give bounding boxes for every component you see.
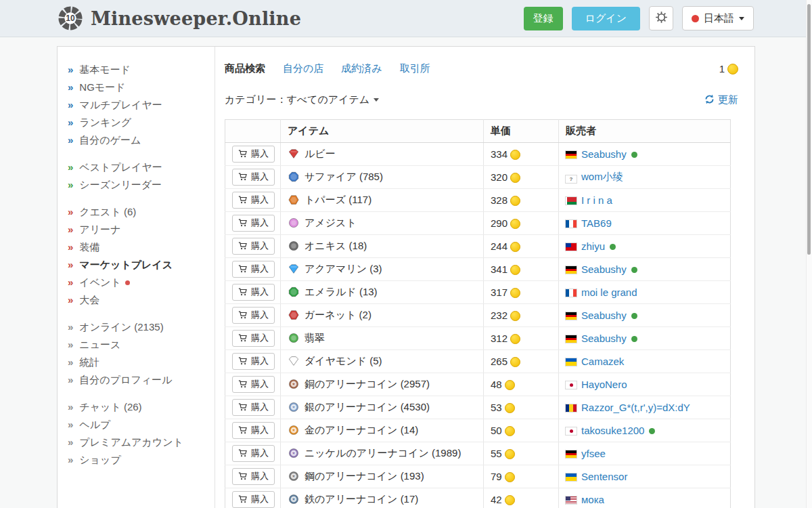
price-cell: 53 [484, 396, 559, 419]
cart-icon [238, 356, 248, 366]
language-selector[interactable]: 日本語 [682, 6, 754, 30]
by-flag-icon [566, 197, 577, 205]
item-name: トパーズ (117) [304, 194, 371, 205]
buy-cell: 購入 [225, 143, 281, 166]
seller-link[interactable]: Seabushy [581, 148, 627, 160]
sidebar-item[interactable]: »マーケットプレイス [68, 256, 210, 274]
sidebar-item[interactable]: »ヘルプ [68, 416, 210, 433]
buy-button[interactable]: 購入 [232, 307, 275, 324]
seller-link[interactable]: Camazek [581, 356, 624, 367]
buy-button[interactable]: 購入 [232, 422, 275, 439]
gem-icon [288, 263, 300, 275]
sidebar-item[interactable]: »ショップ [68, 451, 210, 469]
buy-button[interactable]: 購入 [232, 146, 275, 163]
sidebar-item[interactable]: »ランキング [68, 114, 210, 131]
buy-cell: 購入 [225, 281, 281, 304]
tab-item[interactable]: 成約済み [341, 62, 382, 75]
buy-cell: 購入 [225, 442, 281, 465]
category-dropdown[interactable]: カテゴリー：すべてのアイテム [225, 93, 379, 106]
buy-button[interactable]: 購入 [232, 284, 275, 301]
seller-link[interactable]: Seabushy [581, 333, 627, 344]
seller-link[interactable]: Razzor_G*(t,r',y)=dX:dY [581, 402, 690, 413]
refresh-link[interactable]: 更新 [704, 93, 738, 106]
buy-button[interactable]: 購入 [232, 330, 275, 347]
buy-button[interactable]: 購入 [232, 445, 275, 462]
login-button[interactable]: ログイン [572, 7, 640, 30]
seller-link[interactable]: Seabushy [581, 310, 627, 321]
seller-link[interactable]: zhiyu [581, 240, 605, 252]
sidebar-item[interactable]: »ベストプレイヤー [68, 158, 210, 176]
tab-item[interactable]: 取引所 [400, 62, 430, 75]
sidebar-item[interactable]: »イベント [68, 274, 210, 291]
sidebar-item[interactable]: »オンライン (2135) [68, 318, 210, 336]
seller-link[interactable]: мока [581, 494, 604, 505]
sidebar-item[interactable]: »ニュース [68, 336, 210, 354]
tab-active-item[interactable]: 商品検索 [225, 62, 265, 75]
category-label: カテゴリー：すべてのアイテム [225, 93, 369, 106]
sidebar-item[interactable]: »自分のゲーム [68, 131, 210, 149]
buy-button[interactable]: 購入 [232, 215, 275, 232]
brand[interactable]: 10 Minesweeper.Online [57, 5, 301, 32]
item-name: 銀のアリーナコイン (4530) [304, 401, 430, 412]
buy-button[interactable]: 購入 [232, 376, 275, 393]
sidebar-item[interactable]: »クエスト (6) [68, 203, 210, 221]
buy-button[interactable]: 購入 [232, 399, 275, 416]
sidebar-item[interactable]: »マルチプレイヤー [68, 96, 210, 114]
seller-link[interactable]: I r i n a [581, 194, 612, 206]
scrollbar-thumb[interactable] [807, 4, 811, 255]
seller-link[interactable]: wom小绫 [581, 171, 623, 182]
seller-link[interactable]: takosuke1200 [581, 425, 644, 436]
seller-link[interactable]: Sentensor [581, 471, 627, 482]
sidebar-item[interactable]: »シーズンリーダー [68, 176, 210, 194]
seller-cell: мока [559, 488, 731, 508]
buy-cell: 購入 [225, 304, 281, 327]
buy-button[interactable]: 購入 [232, 169, 275, 186]
cart-icon [238, 218, 248, 228]
buy-button[interactable]: 購入 [232, 261, 275, 278]
sidebar-item-label: ランキング [79, 114, 131, 131]
market-table-body: 購入ルビー334Seabushy購入サファイア (785)320?wom小绫購入… [225, 143, 731, 508]
sidebar-item-label: NGモード [79, 79, 125, 96]
settings-button[interactable] [649, 6, 673, 30]
item-name: ダイヤモンド (5) [304, 355, 382, 366]
gold-coin-icon [505, 380, 515, 390]
gold-coin-icon [510, 219, 520, 229]
sidebar-item[interactable]: »アリーナ [68, 221, 210, 238]
cart-icon [238, 471, 248, 482]
fr-flag-icon [566, 289, 577, 297]
gold-coin-icon [510, 150, 520, 160]
seller-link[interactable]: Seabushy [581, 263, 627, 275]
buy-button[interactable]: 購入 [232, 468, 275, 485]
buy-button[interactable]: 購入 [232, 238, 275, 255]
gold-coin-icon [510, 242, 520, 252]
price-cell: 290 [484, 212, 559, 235]
buy-button[interactable]: 購入 [232, 192, 275, 209]
sidebar-item[interactable]: »装備 [68, 238, 210, 256]
seller-link[interactable]: HayoNero [581, 379, 627, 390]
buy-button[interactable]: 購入 [232, 491, 275, 508]
gem-icon [288, 286, 300, 298]
chevron-right-icon: » [68, 336, 73, 354]
price-cell: 320 [484, 166, 559, 189]
seller-link[interactable]: moi le grand [581, 287, 637, 298]
chevron-right-icon: » [68, 61, 73, 79]
sidebar-item[interactable]: »自分のプロフィール [68, 371, 210, 389]
gold-coin-icon [510, 288, 520, 298]
sidebar-item[interactable]: »チャット (26) [68, 398, 210, 416]
sidebar-item[interactable]: »NGモード [68, 79, 210, 96]
chevron-right-icon: » [68, 158, 73, 176]
sidebar-item[interactable]: »基本モード [68, 61, 210, 79]
price-value: 244 [491, 240, 508, 252]
item-cell: ★ニッケルのアリーナコイン (1989) [281, 442, 484, 465]
arena-coin-icon: ★ [288, 401, 300, 413]
seller-link[interactable]: TAB69 [581, 217, 612, 229]
seller-link[interactable]: yfsee [581, 448, 606, 459]
sidebar-item[interactable]: »プレミアムアカウント [68, 433, 210, 451]
buy-button[interactable]: 購入 [232, 353, 275, 370]
arena-coin-icon: ★ [288, 493, 300, 505]
sidebar-item[interactable]: »統計 [68, 354, 210, 371]
sidebar-item-label: シーズンリーダー [79, 176, 162, 194]
tab-item[interactable]: 自分の店 [283, 62, 323, 75]
register-button[interactable]: 登録 [524, 7, 563, 30]
sidebar-item[interactable]: »大会 [68, 291, 210, 309]
